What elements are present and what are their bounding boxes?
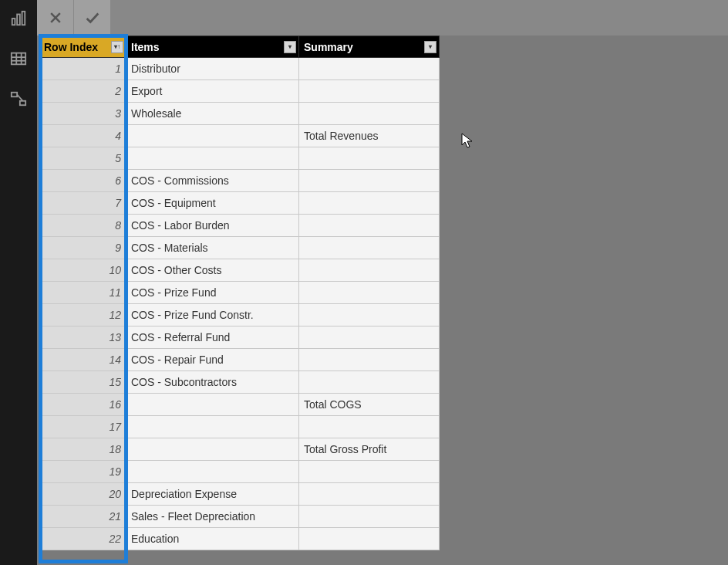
items-cell[interactable] <box>126 125 299 147</box>
summary-cell[interactable] <box>299 349 440 371</box>
row-index-cell[interactable]: 22 <box>39 528 126 550</box>
summary-cell[interactable] <box>299 483 440 506</box>
items-cell[interactable] <box>126 394 299 416</box>
column-header-items[interactable]: Items ▾ <box>126 36 299 58</box>
table-row[interactable]: 21Sales - Fleet Depreciation <box>39 506 440 528</box>
data-view-icon[interactable] <box>6 46 31 71</box>
items-cell[interactable] <box>126 416 299 438</box>
row-index-cell[interactable]: 4 <box>39 125 126 147</box>
items-cell[interactable]: Wholesale <box>126 103 299 125</box>
confirm-formula-button[interactable] <box>74 0 111 36</box>
summary-cell[interactable] <box>299 103 440 125</box>
row-index-cell[interactable]: 14 <box>39 349 126 371</box>
items-cell[interactable]: COS - Referral Fund <box>126 326 299 349</box>
items-cell[interactable]: COS - Equipment <box>126 192 299 215</box>
row-index-cell[interactable]: 11 <box>39 282 126 304</box>
summary-cell[interactable] <box>299 192 440 215</box>
row-index-cell[interactable]: 10 <box>39 259 126 282</box>
summary-cell[interactable]: Total Gross Profit <box>299 438 440 461</box>
row-index-cell[interactable]: 21 <box>39 506 126 528</box>
row-index-cell[interactable]: 12 <box>39 304 126 326</box>
table-row[interactable]: 6COS - Commissions <box>39 170 440 192</box>
table-row[interactable]: 3Wholesale <box>39 103 440 125</box>
table-row[interactable]: 5 <box>39 147 440 170</box>
table-row[interactable]: 13COS - Referral Fund <box>39 326 440 349</box>
cancel-formula-button[interactable] <box>37 0 74 36</box>
summary-cell[interactable]: Total Revenues <box>299 125 440 147</box>
items-cell[interactable]: COS - Prize Fund <box>126 282 299 304</box>
table-row[interactable]: 10COS - Other Costs <box>39 259 440 282</box>
items-cell[interactable]: COS - Commissions <box>126 170 299 192</box>
table-row[interactable]: 17 <box>39 416 440 438</box>
model-view-icon[interactable] <box>6 86 31 111</box>
items-cell[interactable] <box>126 147 299 170</box>
table-row[interactable]: 12COS - Prize Fund Constr. <box>39 304 440 326</box>
row-index-cell[interactable]: 18 <box>39 438 126 461</box>
row-index-cell[interactable]: 17 <box>39 416 126 438</box>
table-row[interactable]: 11COS - Prize Fund <box>39 282 440 304</box>
row-index-cell[interactable]: 2 <box>39 80 126 103</box>
table-row[interactable]: 8COS - Labor Burden <box>39 215 440 237</box>
row-index-cell[interactable]: 20 <box>39 483 126 506</box>
row-index-cell[interactable]: 9 <box>39 237 126 259</box>
table-row[interactable]: 2Export <box>39 80 440 103</box>
row-index-cell[interactable]: 3 <box>39 103 126 125</box>
summary-cell[interactable] <box>299 461 440 483</box>
summary-cell[interactable] <box>299 170 440 192</box>
row-index-cell[interactable]: 16 <box>39 394 126 416</box>
summary-cell[interactable] <box>299 371 440 394</box>
items-cell[interactable]: Sales - Fleet Depreciation <box>126 506 299 528</box>
column-header-summary[interactable]: Summary ▾ <box>299 36 440 58</box>
summary-cell[interactable] <box>299 416 440 438</box>
items-cell[interactable]: COS - Materials <box>126 237 299 259</box>
items-cell[interactable]: Depreciation Expense <box>126 483 299 506</box>
summary-cell[interactable] <box>299 147 440 170</box>
row-index-cell[interactable]: 8 <box>39 215 126 237</box>
summary-cell[interactable] <box>299 259 440 282</box>
table-row[interactable]: 16Total COGS <box>39 394 440 416</box>
table-row[interactable]: 1Distributor <box>39 58 440 80</box>
table-row[interactable]: 4Total Revenues <box>39 125 440 147</box>
items-cell[interactable]: COS - Other Costs <box>126 259 299 282</box>
column-header-row-index[interactable]: Row Index ▾↑ <box>39 36 126 58</box>
dropdown-icon[interactable]: ▾ <box>424 41 436 53</box>
summary-cell[interactable] <box>299 282 440 304</box>
summary-cell[interactable] <box>299 304 440 326</box>
items-cell[interactable] <box>126 461 299 483</box>
summary-cell[interactable] <box>299 506 440 528</box>
items-cell[interactable]: COS - Prize Fund Constr. <box>126 304 299 326</box>
dropdown-icon[interactable]: ▾ <box>284 41 296 53</box>
summary-cell[interactable] <box>299 326 440 349</box>
items-cell[interactable]: Distributor <box>126 58 299 80</box>
row-index-cell[interactable]: 7 <box>39 192 126 215</box>
table-row[interactable]: 20Depreciation Expense <box>39 483 440 506</box>
items-cell[interactable]: Export <box>126 80 299 103</box>
row-index-cell[interactable]: 19 <box>39 461 126 483</box>
table-row[interactable]: 15COS - Subcontractors <box>39 371 440 394</box>
items-cell[interactable]: COS - Subcontractors <box>126 371 299 394</box>
table-row[interactable]: 19 <box>39 461 440 483</box>
table-row[interactable]: 14COS - Repair Fund <box>39 349 440 371</box>
items-cell[interactable] <box>126 438 299 461</box>
table-row[interactable]: 18Total Gross Profit <box>39 438 440 461</box>
summary-cell[interactable]: Total COGS <box>299 394 440 416</box>
row-index-cell[interactable]: 15 <box>39 371 126 394</box>
row-index-cell[interactable]: 1 <box>39 58 126 80</box>
items-cell[interactable]: COS - Labor Burden <box>126 215 299 237</box>
summary-cell[interactable] <box>299 528 440 550</box>
sort-ascending-icon[interactable]: ▾↑ <box>111 41 123 53</box>
summary-cell[interactable] <box>299 80 440 103</box>
summary-cell[interactable] <box>299 237 440 259</box>
summary-cell[interactable] <box>299 58 440 80</box>
items-cell[interactable]: COS - Repair Fund <box>126 349 299 371</box>
row-index-cell[interactable]: 5 <box>39 147 126 170</box>
formula-input[interactable] <box>111 0 728 36</box>
row-index-cell[interactable]: 6 <box>39 170 126 192</box>
table-row[interactable]: 7COS - Equipment <box>39 192 440 215</box>
table-row[interactable]: 22Education <box>39 528 440 550</box>
report-view-icon[interactable] <box>6 6 31 31</box>
row-index-cell[interactable]: 13 <box>39 326 126 349</box>
items-cell[interactable]: Education <box>126 528 299 550</box>
table-row[interactable]: 9COS - Materials <box>39 237 440 259</box>
summary-cell[interactable] <box>299 215 440 237</box>
